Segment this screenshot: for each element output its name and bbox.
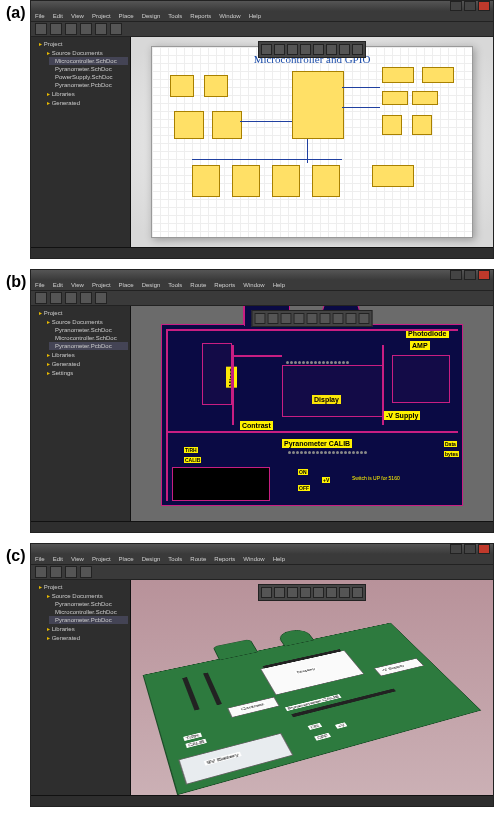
menu-view[interactable]: View <box>71 556 84 562</box>
menu-design[interactable]: Design <box>142 282 161 288</box>
schematic-sheet[interactable]: Microcontroller and GPIO <box>151 46 473 238</box>
ic-symbol[interactable] <box>170 75 194 97</box>
tool-icon[interactable] <box>352 44 363 55</box>
tool-icon[interactable] <box>339 587 350 598</box>
minimize-button[interactable] <box>450 270 462 280</box>
tree-root[interactable]: Project <box>33 39 128 48</box>
menu-design[interactable]: Design <box>142 556 161 562</box>
tool-icon[interactable] <box>320 313 331 324</box>
tool-icon[interactable] <box>339 44 350 55</box>
tool-icon[interactable] <box>300 44 311 55</box>
tool-icon[interactable] <box>359 313 370 324</box>
tree-root[interactable]: Project <box>33 308 128 317</box>
tool-icon[interactable] <box>326 44 337 55</box>
tool-icon[interactable] <box>326 587 337 598</box>
tree-libs[interactable]: Libraries <box>41 350 128 359</box>
mcu-symbol[interactable] <box>292 71 344 139</box>
ic-symbol[interactable] <box>312 165 340 197</box>
menu-project[interactable]: Project <box>92 13 111 19</box>
tool-icon[interactable] <box>255 313 266 324</box>
menu-route[interactable]: Route <box>190 556 206 562</box>
menu-edit[interactable]: Edit <box>53 13 63 19</box>
menu-help[interactable]: Help <box>273 556 285 562</box>
tool-icon[interactable] <box>287 44 298 55</box>
menu-project[interactable]: Project <box>92 556 111 562</box>
pcb-board[interactable]: T/RH RAD Photodiode AMP Micro Display Co… <box>161 324 463 506</box>
menu-window[interactable]: Window <box>243 282 264 288</box>
tree-pcbdoc[interactable]: Pyranometer.PcbDoc <box>49 342 128 350</box>
tool-icon[interactable] <box>346 313 357 324</box>
ic-symbol[interactable] <box>192 165 220 197</box>
tool-icon[interactable] <box>80 292 92 304</box>
tree-docs[interactable]: Source Documents <box>41 317 128 326</box>
menu-file[interactable]: File <box>35 282 45 288</box>
tool-icon[interactable] <box>261 44 272 55</box>
header-pads[interactable] <box>288 451 367 454</box>
ic-symbol[interactable] <box>382 91 408 105</box>
tool-icon[interactable] <box>35 566 47 578</box>
tool-icon[interactable] <box>65 23 77 35</box>
ic-symbol[interactable] <box>412 91 438 105</box>
menu-file[interactable]: File <box>35 13 45 19</box>
tool-icon[interactable] <box>95 23 107 35</box>
tree-schdoc[interactable]: Pyranometer.SchDoc <box>49 326 128 334</box>
minimize-button[interactable] <box>450 544 462 554</box>
ic-symbol[interactable] <box>204 75 228 97</box>
tool-icon[interactable] <box>274 44 285 55</box>
battery-slot[interactable] <box>172 467 270 501</box>
tool-icon[interactable] <box>294 313 305 324</box>
tool-icon[interactable] <box>35 292 47 304</box>
close-button[interactable] <box>478 544 490 554</box>
menu-window[interactable]: Window <box>219 13 240 19</box>
menu-edit[interactable]: Edit <box>53 282 63 288</box>
tool-icon[interactable] <box>35 23 47 35</box>
tree-schdoc[interactable]: Microcontroller.SchDoc <box>49 608 128 616</box>
ic-symbol[interactable] <box>174 111 204 139</box>
tool-icon[interactable] <box>313 587 324 598</box>
tool-icon[interactable] <box>281 313 292 324</box>
board-3d[interactable]: Contrast Display -V Supply T/RH CALIB Py… <box>144 623 480 794</box>
tree-gen[interactable]: Generated <box>41 98 128 107</box>
ic-symbol[interactable] <box>232 165 260 197</box>
minimize-button[interactable] <box>450 1 462 11</box>
tool-icon[interactable] <box>274 587 285 598</box>
tool-icon[interactable] <box>80 566 92 578</box>
tool-icon[interactable] <box>110 23 122 35</box>
ic-symbol[interactable] <box>212 111 242 139</box>
tree-schdoc[interactable]: Pyranometer.SchDoc <box>49 600 128 608</box>
menu-help[interactable]: Help <box>249 13 261 19</box>
menu-design[interactable]: Design <box>142 13 161 19</box>
tree-schdoc[interactable]: PowerSupply.SchDoc <box>49 73 128 81</box>
menu-edit[interactable]: Edit <box>53 556 63 562</box>
ic-symbol[interactable] <box>422 67 454 83</box>
tree-settings[interactable]: Settings <box>41 368 128 377</box>
maximize-button[interactable] <box>464 270 476 280</box>
ic-symbol[interactable] <box>382 67 414 83</box>
menu-place[interactable]: Place <box>119 282 134 288</box>
tool-icon[interactable] <box>50 23 62 35</box>
menu-reports[interactable]: Reports <box>214 282 235 288</box>
tool-icon[interactable] <box>287 587 298 598</box>
menu-route[interactable]: Route <box>190 282 206 288</box>
tree-gen[interactable]: Generated <box>41 359 128 368</box>
tool-icon[interactable] <box>50 566 62 578</box>
ic-symbol[interactable] <box>382 115 402 135</box>
tool-icon[interactable] <box>50 292 62 304</box>
tree-schdoc[interactable]: Pyranometer.SchDoc <box>49 65 128 73</box>
maximize-button[interactable] <box>464 1 476 11</box>
menu-help[interactable]: Help <box>273 282 285 288</box>
tool-icon[interactable] <box>80 23 92 35</box>
tool-icon[interactable] <box>352 587 363 598</box>
tool-icon[interactable] <box>333 313 344 324</box>
footprint-display[interactable] <box>282 365 384 417</box>
menu-tools[interactable]: Tools <box>168 556 182 562</box>
tool-icon[interactable] <box>313 44 324 55</box>
tree-root[interactable]: Project <box>33 582 128 591</box>
ic-symbol[interactable] <box>372 165 414 187</box>
menu-tools[interactable]: Tools <box>168 282 182 288</box>
menu-reports[interactable]: Reports <box>190 13 211 19</box>
tree-gen[interactable]: Generated <box>41 633 128 642</box>
tool-icon[interactable] <box>65 292 77 304</box>
tree-schdoc[interactable]: Microcontroller.SchDoc <box>49 57 128 65</box>
footprint-micro[interactable] <box>202 343 232 405</box>
